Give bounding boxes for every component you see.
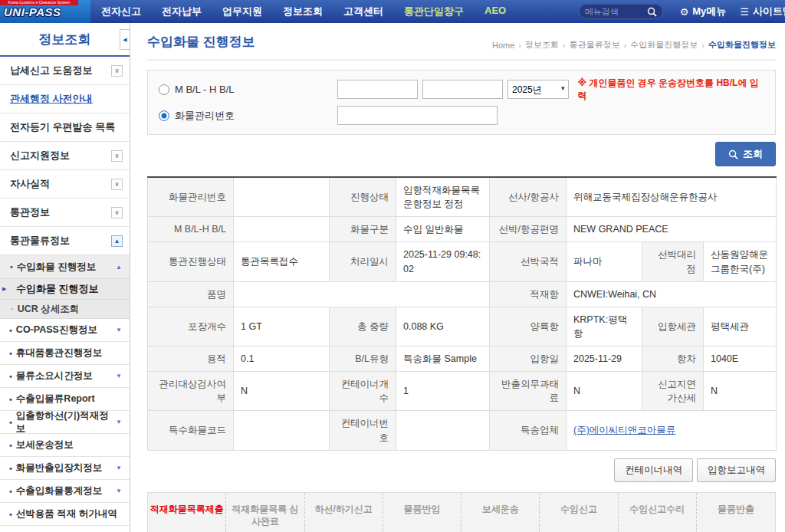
bullet-icon: • (9, 418, 12, 427)
breadcrumb-info-inquiry[interactable]: 정보조회 (525, 39, 559, 51)
logo-title: UNI-PASS (4, 5, 61, 18)
nav-item-work-support[interactable]: 업무지원 (222, 5, 262, 18)
sidebar-item-cargo-inout[interactable]: •화물반출입장치정보▼ (0, 457, 130, 480)
table-row: 용적0.1 B/L유형특송화물 Sample 입항일2025-11-29 항차1… (148, 346, 777, 372)
nav-item-ecom-declare[interactable]: 전자신고 (101, 5, 141, 18)
table-row: M B/L-H B/L 화물구분수입 일반화물 선박/항공편명NEW GRAND… (148, 217, 777, 242)
chevron-down-icon[interactable]: ∨ (111, 207, 123, 218)
chevron-down-icon[interactable]: ▼ (116, 373, 122, 379)
menu-search-input[interactable] (585, 7, 644, 16)
courier-label: 특송업체 (490, 411, 567, 450)
my-menu-button[interactable]: ⚙My메뉴 (680, 5, 727, 18)
breadcrumb-clearance-logistics[interactable]: 통관물류정보 (570, 39, 620, 51)
active-pointer-icon: ▶ (2, 286, 6, 292)
nav-item-aeo[interactable]: AEO (484, 5, 506, 18)
progress-steps: 적재화물목록제출 적재화물목록 심사완료 하선/ (147, 492, 776, 532)
mbl-hbl-radio[interactable]: M B/L - H B/L (159, 84, 337, 95)
cargo-no-input[interactable] (337, 106, 498, 125)
chevron-down-icon[interactable]: ▼ (116, 488, 122, 494)
breadcrumb: Home› 정보조회› 통관물류정보› 수입화물진행정보› 수입화물진행정보 (492, 39, 776, 51)
sidebar-item-ship-supplies[interactable]: •선박용품 적재 허가내역 (0, 503, 130, 526)
carrier-label: 선사/항공사 (490, 177, 567, 217)
search-icon[interactable] (647, 7, 657, 17)
special-cargo-code-label: 특수화물코드 (148, 411, 234, 450)
bl-type-value: 특송화물 Sample (396, 346, 490, 372)
entry-customs-value: 평택세관 (704, 307, 777, 346)
sidebar-item-loading-unloading[interactable]: •입출항하선(기)적재정보▼ (0, 411, 130, 434)
gross-weight-value: 0.088 KG (396, 307, 490, 346)
sidebar-item-co-pass[interactable]: •CO-PASS진행정보▼ (0, 319, 130, 342)
chevron-down-icon[interactable]: ▼ (116, 465, 122, 471)
late-tax-value: N (704, 372, 777, 411)
mbl-input[interactable] (337, 80, 418, 99)
sidebar-item-tax-help[interactable]: 납세신고 도움정보∨ (0, 57, 130, 85)
nav-item-customer-center[interactable]: 고객센터 (343, 5, 383, 18)
carrier-value: 위해교동국제집장상해운유한공사 (567, 177, 777, 217)
cargo-no-radio-input[interactable] (159, 110, 169, 121)
sidebar-item-logistics-report[interactable]: •수출입물류Report (0, 388, 130, 411)
entry-report-button[interactable]: 입항보고내역 (697, 458, 776, 482)
sidebar-collapse-button[interactable]: ◀ (120, 29, 130, 50)
sidebar-item-import-cargo-group[interactable]: •수입화물 진행정보▲ (0, 255, 130, 279)
entry-date-label: 입항일 (490, 346, 567, 372)
loading-port-label: 적재항 (490, 281, 567, 307)
nav-item-epayment[interactable]: 전자납부 (162, 5, 202, 18)
chevron-down-icon[interactable]: ▼ (116, 327, 122, 333)
container-detail-button[interactable]: 컨테이너내역 (614, 458, 693, 482)
vessel-label: 선박/항공편명 (490, 217, 567, 242)
topbar: Korea Customs e Clearance System UNI-PAS… (0, 0, 785, 23)
discharge-port-value: KRPTK:평택항 (567, 307, 642, 346)
step-unloading-report: 하선/하기신고 (305, 493, 383, 532)
sidebar-item-company-performance[interactable]: 자사실적∨ (0, 170, 130, 199)
search-form: M B/L - H B/L 2025년 ▾ ※ 개인물품인 경우 운송장번호를 … (147, 70, 776, 135)
step-goods-release: 물품반출 (697, 493, 775, 532)
uni-pass-logo[interactable]: Korea Customs e Clearance System UNI-PAS… (0, 0, 90, 23)
step-goods-carry-in: 물품반입 (383, 493, 461, 532)
courier-link[interactable]: (주)에이씨티앤코아물류 (573, 425, 675, 435)
bullet-icon: • (9, 441, 12, 450)
sidebar-item-logistics-leadtime[interactable]: •물류소요시간정보▼ (0, 365, 130, 388)
search-button[interactable]: 조회 (715, 142, 776, 166)
courier-value: (주)에이씨티앤코아물류 (567, 411, 777, 450)
gross-weight-label: 총 중량 (330, 307, 396, 346)
chevron-up-icon[interactable]: ▲ (111, 235, 123, 247)
chevron-up-icon[interactable]: ▲ (116, 264, 122, 271)
sidebar-item-ucr-detail[interactable]: ·UCR 상세조회 (0, 300, 130, 319)
year-select[interactable]: 2025년 (507, 80, 569, 99)
chevron-down-icon[interactable]: ∨ (111, 65, 123, 77)
sidebar-item-declare-support[interactable]: 신고지원정보∨ (0, 142, 130, 170)
sidebar-item-carried-goods[interactable]: •휴대품통관진행정보 (0, 342, 130, 365)
item-name-label: 품명 (148, 281, 234, 307)
sidebar-item-customs-guide[interactable]: 관세행정 사전안내 (0, 85, 130, 113)
voyage-label: 항차 (642, 346, 704, 372)
bullet-icon: • (9, 349, 12, 358)
loading-port-value: CNWEI:Weihai, CN (567, 281, 777, 307)
bullet-icon: • (9, 372, 12, 381)
package-count-label: 포장개수 (148, 307, 234, 346)
logo-subtitle: Korea Customs e Clearance System (0, 0, 78, 5)
nav-item-single-window[interactable]: 통관단일창구 (404, 5, 464, 18)
volume-label: 용적 (148, 346, 234, 372)
cargo-no-radio[interactable]: 화물관리번호 (159, 109, 337, 123)
sidebar-item-clearance-info[interactable]: 통관정보∨ (0, 199, 130, 227)
sidebar-item-cargo-statistics[interactable]: •수출입화물통계정보▼ (0, 480, 130, 503)
sidebar-item-clearance-logistics[interactable]: 통관물류정보▲ (0, 227, 130, 255)
chevron-down-icon[interactable]: ▼ (116, 419, 122, 425)
sidebar-item-import-cargo-progress-active[interactable]: ▶수입화물 진행정보 (0, 279, 130, 300)
sitemap-button[interactable]: ☰사이트맵 (740, 5, 785, 18)
menu-search[interactable] (579, 4, 663, 19)
hbl-input[interactable] (422, 80, 503, 99)
top-navigation: 전자신고 전자납부 업무지원 정보조회 고객센터 통관단일창구 AEO (101, 5, 506, 18)
nav-item-info-inquiry[interactable]: 정보조회 (283, 5, 323, 18)
container-count-label: 컨테이너개수 (330, 372, 396, 411)
chevron-down-icon[interactable]: ∨ (111, 150, 123, 162)
vessel-nationality-value: 파나마 (567, 242, 642, 281)
mbl-hbl-radio-input[interactable] (159, 84, 169, 95)
my-menu-label: My메뉴 (692, 5, 726, 18)
chevron-down-icon[interactable]: ∨ (111, 179, 123, 190)
sidebar-item-registered-mail[interactable]: 전자등기 우편발송 목록 (0, 113, 130, 142)
sidebar: 정보조회 ◀ 납세신고 도움정보∨ 관세행정 사전안내 전자등기 우편발송 목록… (0, 23, 130, 532)
sidebar-item-bonded-transport[interactable]: •보세운송정보 (0, 434, 130, 457)
breadcrumb-home[interactable]: Home (492, 41, 514, 50)
breadcrumb-import-cargo[interactable]: 수입화물진행정보 (630, 39, 698, 51)
